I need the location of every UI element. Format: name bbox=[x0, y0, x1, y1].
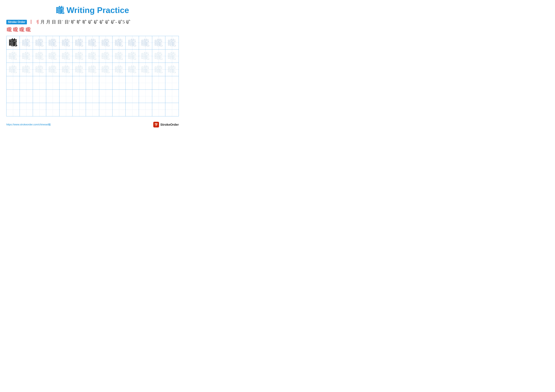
cell-6-8[interactable] bbox=[99, 103, 112, 116]
cell-6-13[interactable] bbox=[165, 103, 179, 116]
cell-2-11[interactable]: 矓 bbox=[139, 50, 152, 63]
cell-4-6[interactable] bbox=[73, 76, 86, 90]
cell-6-4[interactable] bbox=[46, 103, 59, 116]
cell-3-7[interactable]: 矓 bbox=[86, 63, 99, 76]
cell-4-5[interactable] bbox=[59, 76, 73, 90]
char-guide: 矓 bbox=[168, 39, 176, 47]
cell-1-6[interactable]: 矓 bbox=[73, 36, 86, 49]
stroke-order-badge: Stroke Order bbox=[6, 20, 27, 24]
cell-4-13[interactable] bbox=[165, 76, 179, 90]
cell-1-13[interactable]: 矓 bbox=[165, 36, 179, 49]
cell-5-11[interactable] bbox=[139, 90, 152, 103]
cell-6-12[interactable] bbox=[152, 103, 166, 116]
cell-5-6[interactable] bbox=[73, 90, 86, 103]
cell-1-1[interactable]: 矓 bbox=[7, 36, 20, 49]
cell-4-3[interactable] bbox=[33, 76, 46, 90]
stroke-17: 矿 bbox=[126, 20, 131, 24]
char-guide: 矓 bbox=[128, 52, 136, 60]
cell-5-5[interactable] bbox=[59, 90, 73, 103]
stroke-1: 丨 bbox=[29, 20, 34, 24]
char-guide: 矓 bbox=[141, 52, 150, 60]
cell-4-4[interactable] bbox=[46, 76, 59, 90]
cell-2-1[interactable]: 矓 bbox=[7, 50, 20, 63]
cell-1-9[interactable]: 矓 bbox=[112, 36, 126, 49]
cell-5-9[interactable] bbox=[112, 90, 126, 103]
cell-5-10[interactable] bbox=[126, 90, 139, 103]
stroke-19: 矓 bbox=[13, 26, 19, 33]
cell-6-5[interactable] bbox=[59, 103, 73, 116]
char-guide: 矓 bbox=[115, 52, 123, 60]
cell-4-2[interactable] bbox=[20, 76, 33, 90]
cell-1-10[interactable]: 矓 bbox=[126, 36, 139, 49]
cell-1-5[interactable]: 矓 bbox=[59, 36, 73, 49]
cell-3-5[interactable]: 矓 bbox=[59, 63, 73, 76]
cell-3-8[interactable]: 矓 bbox=[99, 63, 112, 76]
cell-1-12[interactable]: 矓 bbox=[152, 36, 166, 49]
stroke-16: 矿5 bbox=[118, 20, 125, 24]
cell-5-2[interactable] bbox=[20, 90, 33, 103]
cell-1-2[interactable]: 矓 bbox=[20, 36, 33, 49]
cell-4-1[interactable] bbox=[7, 76, 20, 90]
cell-3-11[interactable]: 矓 bbox=[139, 63, 152, 76]
stroke-10: 旷 bbox=[82, 20, 87, 24]
char-guide: 矓 bbox=[75, 65, 83, 73]
cell-3-4[interactable]: 矓 bbox=[46, 63, 59, 76]
char-guide: 矓 bbox=[154, 39, 163, 47]
cell-2-6[interactable]: 矓 bbox=[73, 50, 86, 63]
cell-2-9[interactable]: 矓 bbox=[112, 50, 126, 63]
cell-2-2[interactable]: 矓 bbox=[20, 50, 33, 63]
cell-2-12[interactable]: 矓 bbox=[152, 50, 166, 63]
cell-4-9[interactable] bbox=[112, 76, 126, 90]
cell-6-10[interactable] bbox=[126, 103, 139, 116]
cell-4-10[interactable] bbox=[126, 76, 139, 90]
cell-2-5[interactable]: 矓 bbox=[59, 50, 73, 63]
cell-5-4[interactable] bbox=[46, 90, 59, 103]
cell-3-13[interactable]: 矓 bbox=[165, 63, 179, 76]
cell-3-1[interactable]: 矓 bbox=[7, 63, 20, 76]
cell-5-3[interactable] bbox=[33, 90, 46, 103]
char-guide: 矓 bbox=[49, 39, 57, 47]
char-guide: 矓 bbox=[115, 39, 123, 47]
cell-6-11[interactable] bbox=[139, 103, 152, 116]
char-guide: 矓 bbox=[22, 65, 30, 73]
cell-1-7[interactable]: 矓 bbox=[86, 36, 99, 49]
cell-5-8[interactable] bbox=[99, 90, 112, 103]
cell-4-7[interactable] bbox=[86, 76, 99, 90]
cell-6-1[interactable] bbox=[7, 103, 20, 116]
stroke-11: 矿 bbox=[88, 20, 93, 24]
cell-3-2[interactable]: 矓 bbox=[20, 63, 33, 76]
cell-1-11[interactable]: 矓 bbox=[139, 36, 152, 49]
cell-5-7[interactable] bbox=[86, 90, 99, 103]
cell-2-10[interactable]: 矓 bbox=[126, 50, 139, 63]
cell-6-3[interactable] bbox=[33, 103, 46, 116]
cell-4-8[interactable] bbox=[99, 76, 112, 90]
cell-3-3[interactable]: 矓 bbox=[33, 63, 46, 76]
cell-1-8[interactable]: 矓 bbox=[99, 36, 112, 49]
cell-3-10[interactable]: 矓 bbox=[126, 63, 139, 76]
cell-6-9[interactable] bbox=[112, 103, 126, 116]
cell-6-7[interactable] bbox=[86, 103, 99, 116]
cell-2-7[interactable]: 矓 bbox=[86, 50, 99, 63]
char-guide: 矓 bbox=[62, 65, 70, 73]
cell-4-11[interactable] bbox=[139, 76, 152, 90]
cell-5-1[interactable] bbox=[7, 90, 20, 103]
cell-3-9[interactable]: 矓 bbox=[112, 63, 126, 76]
cell-3-12[interactable]: 矓 bbox=[152, 63, 166, 76]
cell-3-6[interactable]: 矓 bbox=[73, 63, 86, 76]
char-guide: 矓 bbox=[49, 52, 57, 60]
cell-5-13[interactable] bbox=[165, 90, 179, 103]
char-guide: 矓 bbox=[62, 52, 70, 60]
cell-2-4[interactable]: 矓 bbox=[46, 50, 59, 63]
char-guide: 矓 bbox=[22, 52, 30, 60]
char-guide: 矓 bbox=[102, 52, 110, 60]
cell-1-3[interactable]: 矓 bbox=[33, 36, 46, 49]
stroke-5: 目 bbox=[51, 20, 57, 24]
cell-2-8[interactable]: 矓 bbox=[99, 50, 112, 63]
cell-4-12[interactable] bbox=[152, 76, 166, 90]
cell-2-13[interactable]: 矓 bbox=[165, 50, 179, 63]
cell-6-6[interactable] bbox=[73, 103, 86, 116]
cell-2-3[interactable]: 矓 bbox=[33, 50, 46, 63]
cell-1-4[interactable]: 矓 bbox=[46, 36, 59, 49]
cell-5-12[interactable] bbox=[152, 90, 166, 103]
cell-6-2[interactable] bbox=[20, 103, 33, 116]
